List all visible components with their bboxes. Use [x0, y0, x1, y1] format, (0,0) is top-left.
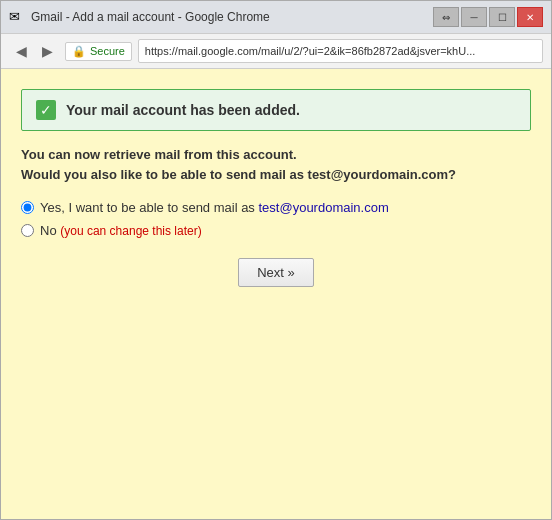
url-text: https://mail.google.com/mail/u/2/?ui=2&i…	[145, 45, 476, 57]
button-row: Next »	[21, 258, 531, 287]
radio-options: Yes, I want to be able to send mail as t…	[21, 200, 531, 238]
radio-yes-text: Yes, I want to be able to send mail as t…	[40, 200, 389, 215]
radio-no-sub: (you can change this later)	[60, 224, 201, 238]
title-bar: ✉ Gmail - Add a mail account - Google Ch…	[1, 1, 551, 33]
body-line1: You can now retrieve mail from this acco…	[21, 145, 531, 165]
url-bar[interactable]: https://mail.google.com/mail/u/2/?ui=2&i…	[138, 39, 543, 63]
success-title: Your mail account has been added.	[66, 102, 300, 118]
lock-icon: 🔒	[72, 45, 86, 58]
secure-label: Secure	[90, 45, 125, 57]
title-bar-left: ✉ Gmail - Add a mail account - Google Ch…	[9, 9, 270, 25]
chrome-window: ✉ Gmail - Add a mail account - Google Ch…	[0, 0, 552, 520]
back-button[interactable]: ◀	[9, 39, 33, 63]
minimize-button[interactable]: ─	[461, 7, 487, 27]
body-line2: Would you also like to be able to send m…	[21, 165, 531, 185]
page-content: ✓ Your mail account has been added. You …	[1, 69, 551, 519]
secure-badge: 🔒 Secure	[65, 42, 132, 61]
body-text: You can now retrieve mail from this acco…	[21, 145, 531, 184]
radio-no-option[interactable]: No (you can change this later)	[21, 223, 531, 238]
next-button[interactable]: Next »	[238, 258, 314, 287]
close-button[interactable]: ✕	[517, 7, 543, 27]
success-banner: ✓ Your mail account has been added.	[21, 89, 531, 131]
forward-button[interactable]: ▶	[35, 39, 59, 63]
radio-no-input[interactable]	[21, 224, 34, 237]
favicon-icon: ✉	[9, 9, 25, 25]
check-icon: ✓	[36, 100, 56, 120]
window-controls: ⇔ ─ ☐ ✕	[433, 7, 543, 27]
radio-no-text: No (you can change this later)	[40, 223, 202, 238]
nav-buttons: ◀ ▶	[9, 39, 59, 63]
dialog-area: ✓ Your mail account has been added. You …	[21, 89, 531, 287]
window-title: Gmail - Add a mail account - Google Chro…	[31, 10, 270, 24]
radio-yes-option[interactable]: Yes, I want to be able to send mail as t…	[21, 200, 531, 215]
maximize-button[interactable]: ☐	[489, 7, 515, 27]
radio-yes-input[interactable]	[21, 201, 34, 214]
email-link[interactable]: test@yourdomain.com	[259, 200, 389, 215]
restore-down-button[interactable]: ⇔	[433, 7, 459, 27]
address-bar: ◀ ▶ 🔒 Secure https://mail.google.com/mai…	[1, 33, 551, 69]
